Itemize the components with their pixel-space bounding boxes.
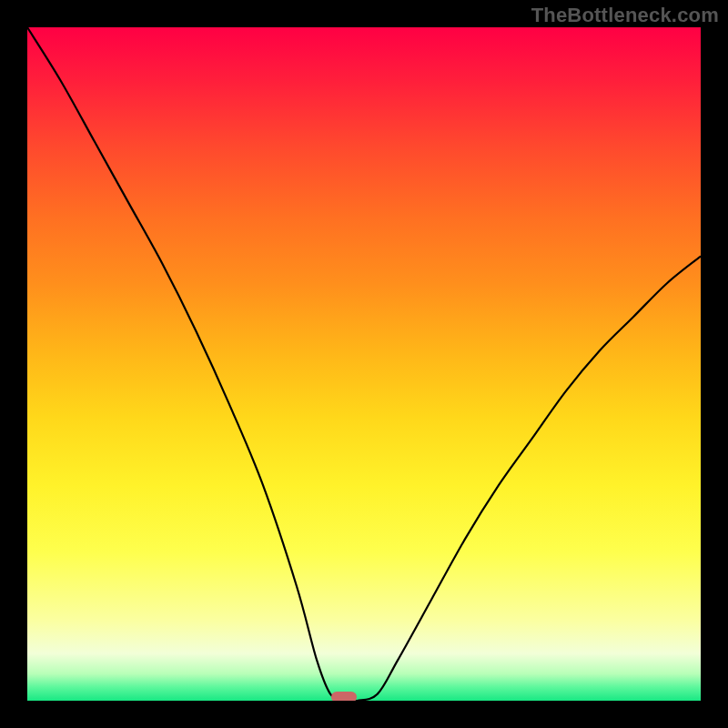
chart-frame: TheBottleneck.com	[0, 0, 728, 728]
watermark-text: TheBottleneck.com	[531, 4, 719, 27]
optimal-point-marker	[331, 692, 357, 701]
bottleneck-curve-path	[27, 27, 701, 701]
bottleneck-curve	[27, 27, 701, 701]
plot-area	[27, 27, 701, 701]
